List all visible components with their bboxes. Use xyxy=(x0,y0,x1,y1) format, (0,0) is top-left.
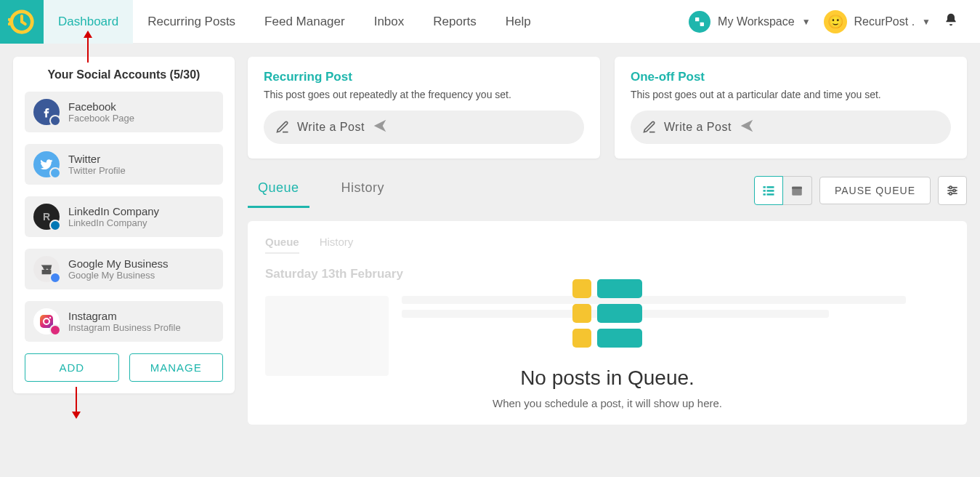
account-instagram[interactable]: Instagram Instagram Business Profile xyxy=(25,301,223,342)
account-name: LinkedIn Company xyxy=(68,205,159,217)
write-oneoff-post-button[interactable]: Write a Post xyxy=(631,111,951,144)
svg-point-5 xyxy=(49,317,51,318)
avatar: 🙂 xyxy=(824,10,847,33)
account-name: Instagram xyxy=(68,310,181,322)
tab-queue[interactable]: Queue xyxy=(248,173,309,208)
user-menu[interactable]: 🙂 RecurPost . ▼ xyxy=(824,10,931,33)
workspace-icon xyxy=(689,11,710,33)
chevron-down-icon: ▼ xyxy=(802,17,811,27)
svg-rect-10 xyxy=(763,193,765,196)
facebook-icon xyxy=(33,99,60,125)
google-my-business-icon xyxy=(33,256,60,282)
svg-rect-2 xyxy=(700,22,704,25)
account-sub: LinkedIn Company xyxy=(68,217,159,228)
manage-accounts-button[interactable]: MANAGE xyxy=(129,353,224,382)
linkedin-icon: R xyxy=(33,204,60,230)
nav-reports[interactable]: Reports xyxy=(418,0,491,44)
svg-rect-1 xyxy=(695,17,699,21)
empty-title: No posts in Queue. xyxy=(248,366,967,390)
nav-feed-manager[interactable]: Feed Manager xyxy=(250,0,360,44)
empty-state: No posts in Queue. When you schedule a p… xyxy=(248,279,967,409)
app-logo[interactable] xyxy=(0,0,44,44)
oneoff-post-card: One-off Post This post goes out at a par… xyxy=(615,57,967,159)
svg-point-19 xyxy=(949,193,952,195)
calendar-view-button[interactable] xyxy=(783,176,812,205)
recurring-post-card: Recurring Post This post goes out repeat… xyxy=(248,57,600,159)
oneoff-post-desc: This post goes out at a particular date … xyxy=(631,89,951,100)
queue-content: Queue History Saturday 13th February xyxy=(248,221,967,425)
svg-point-15 xyxy=(949,186,952,188)
account-name: Facebook xyxy=(68,100,134,113)
edit-icon xyxy=(642,120,657,135)
recurring-post-title: Recurring Post xyxy=(264,70,584,84)
ghost-tabs: Queue History xyxy=(265,236,949,254)
account-twitter[interactable]: Twitter Twitter Profile xyxy=(25,144,223,185)
chevron-down-icon: ▼ xyxy=(922,17,931,27)
svg-rect-11 xyxy=(766,193,774,196)
recurring-post-desc: This post goes out repeatedly at the fre… xyxy=(264,89,584,100)
write-recurring-post-button[interactable]: Write a Post xyxy=(264,111,584,144)
empty-queue-icon xyxy=(572,279,642,353)
instagram-icon xyxy=(33,308,60,334)
account-linkedin[interactable]: R LinkedIn Company LinkedIn Company xyxy=(25,196,223,237)
edit-icon xyxy=(275,120,290,135)
svg-rect-7 xyxy=(766,186,774,188)
account-name: Google My Business xyxy=(68,257,169,270)
svg-point-17 xyxy=(953,189,955,191)
social-accounts-panel: Your Social Accounts (5/30) Facebook Fac… xyxy=(13,57,235,393)
account-name: Twitter xyxy=(68,153,126,165)
twitter-icon xyxy=(33,151,60,177)
nav-dashboard[interactable]: Dashboard xyxy=(44,0,133,44)
account-sub: Instagram Business Profile xyxy=(68,322,181,333)
send-icon xyxy=(739,118,755,137)
tab-history[interactable]: History xyxy=(331,173,395,208)
nav-help[interactable]: Help xyxy=(491,0,546,44)
workspace-switcher[interactable]: My Workspace ▼ xyxy=(689,11,810,33)
svg-rect-6 xyxy=(763,186,765,188)
send-icon xyxy=(372,118,388,137)
svg-rect-8 xyxy=(763,190,765,192)
list-view-button[interactable] xyxy=(754,176,783,205)
nav-recurring-posts[interactable]: Recurring Posts xyxy=(133,0,250,44)
oneoff-post-title: One-off Post xyxy=(631,70,951,84)
add-account-button[interactable]: ADD xyxy=(25,353,119,382)
account-sub: Facebook Page xyxy=(68,113,134,124)
empty-sub: When you schedule a post, it will show u… xyxy=(248,397,967,409)
social-accounts-title: Your Social Accounts (5/30) xyxy=(25,68,223,81)
svg-rect-13 xyxy=(793,187,803,189)
pause-queue-button[interactable]: PAUSE QUEUE xyxy=(819,177,931,204)
nav-inbox[interactable]: Inbox xyxy=(360,0,419,44)
account-facebook[interactable]: Facebook Facebook Page xyxy=(25,92,223,132)
workspace-label: My Workspace xyxy=(718,15,795,28)
top-nav: Dashboard Recurring Posts Feed Manager I… xyxy=(44,0,546,44)
filter-button[interactable] xyxy=(938,176,967,205)
notifications-icon[interactable] xyxy=(944,12,958,31)
write-post-label: Write a Post xyxy=(297,121,365,134)
write-post-label: Write a Post xyxy=(664,121,732,134)
account-sub: Google My Business xyxy=(68,270,169,281)
svg-rect-9 xyxy=(766,190,774,192)
account-google-my-business[interactable]: Google My Business Google My Business xyxy=(25,249,223,289)
user-label: RecurPost . xyxy=(854,15,915,28)
account-sub: Twitter Profile xyxy=(68,165,126,176)
